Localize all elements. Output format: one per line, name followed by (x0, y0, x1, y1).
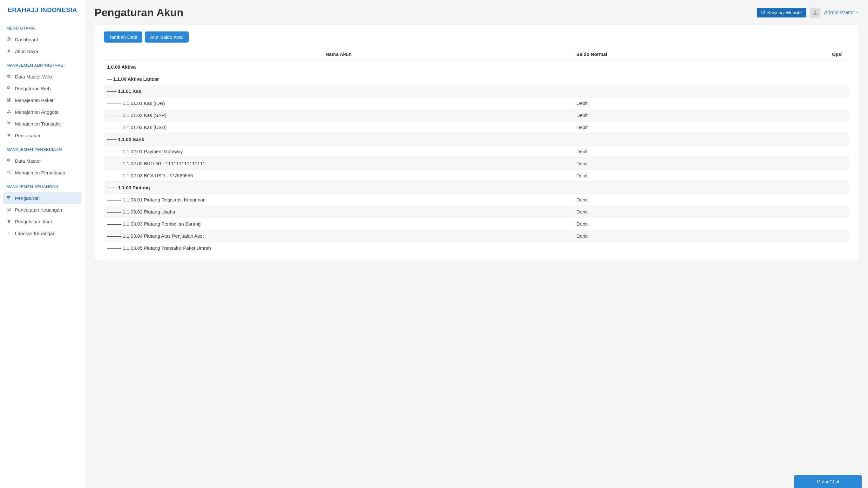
cell-saldo (573, 85, 722, 97)
sidebar-item[interactable]: Pencapaian (0, 130, 85, 142)
cell-opsi (722, 230, 849, 242)
sidebar-item[interactable]: Data Master Web (0, 71, 85, 83)
sidebar: ERAHAJJ INDONESIA MENU UTAMADashboardAku… (0, 0, 85, 488)
cell-saldo (573, 133, 722, 146)
table-row: ——— 1.1.03.02 Piutang UsahaDebit (104, 206, 849, 218)
globe-icon (6, 37, 11, 42)
table-row: ——— 1.1.03.05 Piutang Transaksi Paket Um… (104, 242, 849, 254)
share-icon (6, 170, 11, 175)
topbar: Pengaturan Akun Kunjungi Website Adminis… (94, 6, 859, 19)
cell-opsi (722, 242, 849, 254)
table-row: ——— 1.1.02.03 BCA USD - 777666555Debit (104, 170, 849, 182)
cell-saldo: Debit (573, 206, 722, 218)
cell-saldo: Debit (573, 194, 722, 206)
sidebar-item-label: Manajemen Persediaan (15, 170, 65, 175)
cell-name: ——— 1.1.01.02 Kas (SAR) (104, 109, 573, 121)
chart-icon (6, 231, 11, 236)
sidebar-item[interactable]: Dashboard (0, 34, 85, 45)
cart-icon (6, 121, 11, 126)
cell-saldo: Debit (573, 230, 722, 242)
sidebar-item[interactable]: Manajemen Persediaan (0, 167, 85, 179)
cell-name: — 1.1.00 Aktiva Lancar (104, 73, 573, 85)
visit-website-label: Kunjungi Website (767, 10, 802, 15)
sidebar-item-label: Akun Saya (15, 49, 38, 54)
scale-icon (6, 219, 11, 224)
table-row: —— 1.1.02 Bank (104, 133, 849, 146)
sidebar-section-title: MANAJEMEN ADMINISTRASI (0, 57, 85, 71)
add-data-button[interactable]: Tambah Data (104, 31, 142, 42)
book-icon (6, 97, 11, 103)
sidebar-item-label: Pencapaian (15, 133, 40, 138)
col-header-saldo: Saldo Normal (573, 48, 722, 61)
table-row: ——— 1.1.01.02 Kas (SAR)Debit (104, 109, 849, 121)
cell-name: ——— 1.1.03.03 Piutang Pembelian Barang (104, 218, 573, 230)
cell-opsi (722, 61, 849, 73)
cell-opsi (722, 97, 849, 109)
sidebar-item-label: Pengelolaan Aset (15, 219, 52, 224)
gears-icon (6, 195, 11, 201)
cell-name: 1.0.00 Aktiva (104, 61, 573, 73)
main-content: Pengaturan Akun Kunjungi Website Adminis… (85, 0, 868, 488)
cell-name: —— 1.1.02 Bank (104, 133, 573, 146)
sidebar-item[interactable]: Data Master (0, 155, 85, 167)
cell-saldo: Debit (573, 109, 722, 121)
cell-name: —— 1.1.01 Kas (104, 85, 573, 97)
users-icon (6, 109, 11, 115)
cell-name: ——— 1.1.01.03 Kas (USD) (104, 121, 573, 133)
cell-saldo: Debit (573, 218, 722, 230)
cell-name: ——— 1.1.03.04 Piutang Atas Penjualan Ase… (104, 230, 573, 242)
avatar[interactable] (810, 8, 820, 18)
table-row: ——— 1.1.01.03 Kas (USD)Debit (104, 121, 849, 133)
sidebar-section-title: MANAJEMEN KEUANGAN (0, 179, 85, 192)
sidebar-item-label: Laporan Keuangan (15, 231, 56, 236)
cell-opsi (722, 194, 849, 206)
sidebar-item[interactable]: Manajemen Transaksi (0, 118, 85, 130)
sidebar-item[interactable]: Akun Saya (0, 45, 85, 57)
user-menu[interactable]: Administrator (824, 10, 859, 16)
sidebar-item[interactable]: Laporan Keuangan (0, 227, 85, 239)
set-balance-button[interactable]: Atur Saldo Awal (145, 31, 189, 42)
caret-down-icon (855, 10, 859, 16)
table-row: ——— 1.1.01.01 Kas (IDR)Debit (104, 97, 849, 109)
col-header-name: Nama Akun (104, 48, 573, 61)
sidebar-item-label: Dashboard (15, 37, 38, 42)
cell-name: ——— 1.1.03.01 Piutang Registrasi Keagena… (104, 194, 573, 206)
sidebar-item[interactable]: Pengaturan (3, 192, 82, 204)
sidebar-item[interactable]: Pengaturan Web (0, 83, 85, 94)
table-row: 1.0.00 Aktiva (104, 61, 849, 73)
sidebar-item[interactable]: Pengelolaan Aset (0, 216, 85, 227)
table-row: — 1.1.00 Aktiva Lancar (104, 73, 849, 85)
cell-saldo: Debit (573, 97, 722, 109)
cell-saldo: Debit (573, 146, 722, 158)
sidebar-item-label: Pengaturan (15, 195, 40, 201)
cell-opsi (722, 121, 849, 133)
table-row: ——— 1.1.02.01 Payment GatewayDebit (104, 146, 849, 158)
cell-name: ——— 1.1.02.03 BCA USD - 777666555 (104, 170, 573, 182)
cell-saldo (573, 61, 722, 73)
sidebar-section-title: MENU UTAMA (0, 20, 85, 34)
gear-icon (6, 74, 11, 80)
cell-name: ——— 1.1.02.02 BRI IDR - 111111111111111 (104, 158, 573, 170)
sidebar-item[interactable]: Pencatatan Keuangan (0, 204, 85, 216)
money-icon (6, 207, 11, 213)
gears-icon (6, 86, 11, 91)
accounts-table: Nama Akun Saldo Normal Opsi 1.0.00 Aktiv… (104, 48, 849, 254)
sidebar-item[interactable]: Manajemen Anggota (0, 106, 85, 118)
visit-website-button[interactable]: Kunjungi Website (757, 8, 806, 18)
user-icon (6, 49, 11, 54)
cell-name: ——— 1.1.03.05 Piutang Transaksi Paket Um… (104, 242, 573, 254)
table-row: ——— 1.1.03.03 Piutang Pembelian BarangDe… (104, 218, 849, 230)
user-label: Administrator (824, 10, 854, 16)
sidebar-item[interactable]: Manajemen Paket (0, 94, 85, 106)
chat-button[interactable]: Mulai Chat (794, 475, 862, 488)
cell-name: ——— 1.1.03.02 Piutang Usaha (104, 206, 573, 218)
cell-name: ——— 1.1.02.01 Payment Gateway (104, 146, 573, 158)
cell-saldo: Debit (573, 158, 722, 170)
cell-opsi (722, 146, 849, 158)
cell-saldo (573, 242, 722, 254)
cell-opsi (722, 73, 849, 85)
sidebar-item-label: Data Master (15, 158, 41, 163)
sidebar-section-title: MANAJEMEN PERSEDIAAN (0, 142, 85, 155)
cell-opsi (722, 170, 849, 182)
sidebar-item-label: Manajemen Anggota (15, 109, 59, 115)
